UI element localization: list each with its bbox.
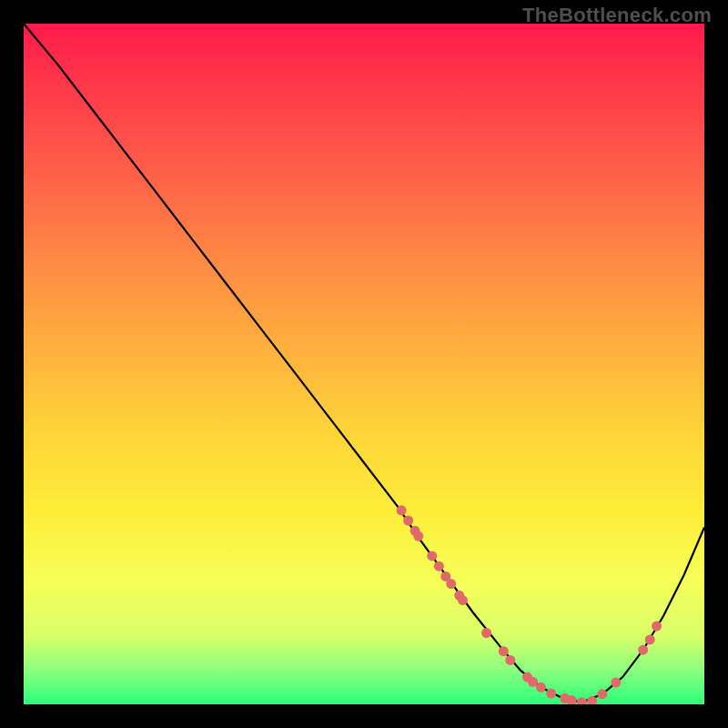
data-point: [577, 697, 587, 704]
data-point: [546, 689, 556, 699]
data-point: [446, 579, 456, 589]
curve-line: [24, 24, 704, 703]
chart-container: TheBottleneck.com: [0, 0, 728, 728]
data-point: [645, 634, 655, 644]
data-point: [597, 689, 607, 699]
data-point: [638, 645, 648, 655]
data-point: [427, 551, 437, 561]
data-point: [434, 561, 444, 571]
data-point: [536, 682, 546, 693]
data-point: [499, 646, 509, 656]
data-point: [403, 516, 413, 526]
data-point: [528, 677, 538, 687]
data-point: [397, 505, 407, 515]
data-point: [505, 655, 515, 665]
data-point: [652, 622, 662, 632]
data-markers: [397, 505, 662, 704]
data-point: [458, 595, 468, 605]
data-point: [413, 531, 423, 541]
data-point: [481, 628, 491, 638]
chart-svg: [24, 24, 704, 704]
data-point: [611, 678, 621, 688]
